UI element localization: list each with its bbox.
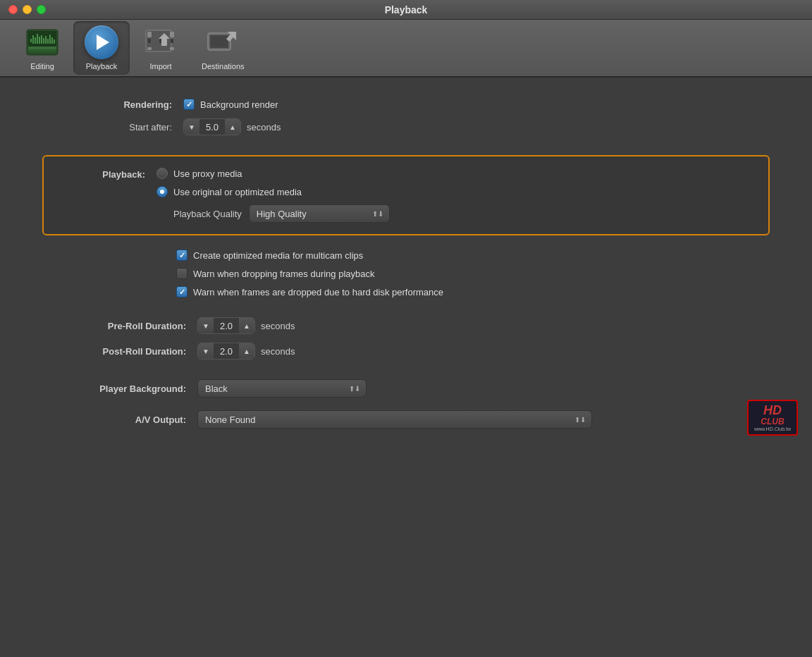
svg-rect-26: [210, 35, 228, 48]
use-proxy-radio[interactable]: Use proxy media: [156, 168, 390, 179]
start-after-label: Start after:: [42, 122, 183, 133]
av-output-section: A/V Output: None Found ⬆⬇: [42, 410, 770, 429]
rendering-label: Rendering:: [42, 99, 183, 110]
svg-rect-3: [28, 49, 56, 52]
toolbar: Editing Playback: [0, 20, 812, 78]
use-proxy-radio-indicator: [156, 168, 168, 179]
hd-club-logo: HD CLUB www.HD.Club.tw: [747, 400, 798, 436]
playback-box: Playback: Use proxy media Use original o…: [42, 155, 770, 235]
start-after-seconds: seconds: [247, 122, 281, 133]
player-background-section: Player Background: Black ⬆⬇: [42, 379, 770, 398]
playback-quality-value: High Quality: [257, 209, 307, 219]
preroll-row: Pre-Roll Duration: ▼ 2.0 ▲ seconds: [42, 317, 770, 334]
svg-rect-17: [147, 32, 152, 37]
create-optimized-text: Create optimized media for multicam clip…: [193, 250, 363, 261]
toolbar-item-playback[interactable]: Playback: [73, 21, 130, 75]
playback-inner: Playback: Use proxy media Use original o…: [58, 168, 754, 223]
preroll-increment[interactable]: ▲: [239, 317, 254, 334]
postroll-seconds: seconds: [261, 346, 295, 357]
duration-section: Pre-Roll Duration: ▼ 2.0 ▲ seconds Post-…: [42, 317, 770, 360]
background-render-check-indicator: ✓: [183, 99, 195, 110]
background-render-text: Background render: [200, 99, 278, 110]
create-optimized-checkbox[interactable]: ✓ Create optimized media for multicam cl…: [176, 250, 770, 261]
postroll-decrement[interactable]: ▼: [198, 343, 214, 360]
start-after-stepper[interactable]: ▼ 5.0 ▲: [183, 118, 241, 135]
postroll-label: Post-Roll Duration:: [42, 346, 197, 357]
player-background-dropdown[interactable]: Black ⬆⬇: [197, 379, 367, 398]
preroll-label: Pre-Roll Duration:: [42, 321, 197, 331]
start-after-value: 5.0: [199, 122, 225, 133]
warn-dropping-checkbox[interactable]: Warn when dropping frames during playbac…: [176, 268, 770, 279]
editing-label: Editing: [30, 62, 54, 70]
av-output-arrow: ⬆⬇: [574, 416, 586, 424]
hd-club-subtext: CLUB: [761, 417, 784, 426]
av-output-row: A/V Output: None Found ⬆⬇: [42, 410, 770, 429]
checkboxes-section: ✓ Create optimized media for multicam cl…: [42, 250, 770, 297]
av-output-dropdown[interactable]: None Found ⬆⬇: [197, 410, 592, 429]
svg-rect-2: [28, 47, 56, 49]
playback-options: Use proxy media Use original or optimize…: [156, 168, 390, 223]
svg-rect-23: [171, 39, 173, 43]
window-title: Playback: [385, 4, 428, 16]
playback-section-label: Playback:: [58, 168, 156, 180]
start-after-increment[interactable]: ▲: [225, 118, 240, 135]
player-background-value: Black: [205, 383, 228, 394]
preroll-seconds: seconds: [261, 321, 295, 331]
rendering-row: Rendering: ✓ Background render: [42, 99, 770, 110]
preroll-decrement[interactable]: ▼: [198, 317, 214, 334]
playback-icon: [85, 25, 118, 59]
warn-hard-disk-indicator: ✓: [176, 286, 187, 297]
background-render-checkbox[interactable]: ✓ Background render: [183, 99, 278, 110]
player-background-row: Player Background: Black ⬆⬇: [42, 379, 770, 398]
playback-label: Playback: [86, 62, 118, 70]
use-original-radio-indicator: [156, 186, 168, 197]
hd-club-url: www.HD.Club.tw: [754, 426, 791, 431]
toolbar-item-editing[interactable]: Editing: [14, 21, 70, 75]
import-icon: [144, 25, 178, 59]
playback-quality-label: Playback Quality: [173, 209, 242, 219]
titlebar: Playback: [0, 0, 812, 20]
svg-rect-18: [170, 32, 174, 37]
use-proxy-text: Use proxy media: [173, 168, 242, 179]
destinations-label: Destinations: [202, 62, 245, 70]
main-content: Rendering: ✓ Background render Start aft…: [0, 78, 812, 450]
use-original-text: Use original or optimized media: [173, 187, 302, 197]
start-after-decrement[interactable]: ▼: [184, 118, 199, 135]
postroll-row: Post-Roll Duration: ▼ 2.0 ▲ seconds: [42, 343, 770, 360]
traffic-lights: [8, 5, 46, 14]
player-background-label: Player Background:: [42, 383, 197, 394]
destinations-icon: [206, 25, 240, 59]
use-original-radio[interactable]: Use original or optimized media: [156, 186, 390, 197]
maximize-button[interactable]: [37, 5, 46, 14]
player-background-arrow: ⬆⬇: [349, 385, 360, 393]
create-optimized-indicator: ✓: [176, 250, 187, 261]
start-after-row: Start after: ▼ 5.0 ▲ seconds: [42, 118, 770, 135]
warn-hard-disk-text: Warn when frames are dropped due to hard…: [193, 287, 443, 297]
import-label: Import: [149, 62, 171, 70]
close-button[interactable]: [8, 5, 18, 14]
toolbar-item-import[interactable]: Import: [133, 21, 189, 75]
postroll-value: 2.0: [214, 346, 239, 357]
hd-club-text: HD: [763, 404, 782, 417]
svg-rect-19: [147, 47, 152, 50]
av-output-value: None Found: [205, 415, 256, 425]
warn-dropping-indicator: [176, 268, 187, 279]
rendering-section: Rendering: ✓ Background render Start aft…: [42, 99, 770, 135]
editing-icon: [25, 25, 59, 59]
playback-quality-row: Playback Quality High Quality ⬆⬇: [156, 204, 390, 223]
preroll-value: 2.0: [214, 321, 239, 331]
use-original-radio-dot: [160, 190, 164, 194]
minimize-button[interactable]: [23, 5, 32, 14]
playback-quality-dropdown[interactable]: High Quality ⬆⬇: [249, 204, 390, 223]
warn-dropping-text: Warn when dropping frames during playbac…: [193, 269, 375, 279]
av-output-label: A/V Output:: [42, 415, 197, 425]
preroll-stepper[interactable]: ▼ 2.0 ▲: [197, 317, 255, 334]
postroll-stepper[interactable]: ▼ 2.0 ▲: [197, 343, 255, 360]
playback-quality-arrow: ⬆⬇: [372, 210, 383, 218]
warn-hard-disk-checkbox[interactable]: ✓ Warn when frames are dropped due to ha…: [176, 286, 770, 297]
toolbar-item-destinations[interactable]: Destinations: [192, 21, 254, 75]
svg-rect-20: [170, 47, 174, 50]
svg-rect-21: [148, 39, 151, 43]
postroll-increment[interactable]: ▲: [239, 343, 254, 360]
